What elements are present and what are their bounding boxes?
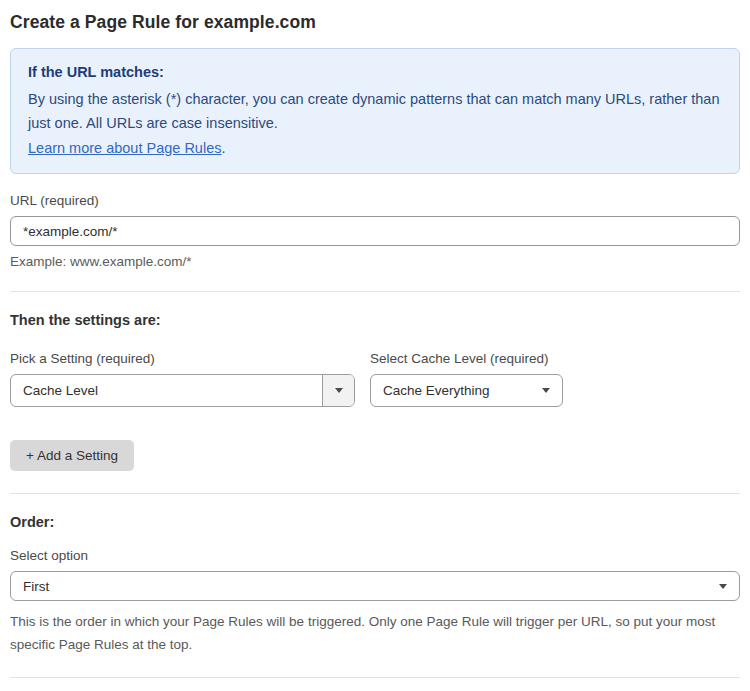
cache-level-select[interactable]: Cache Everything (370, 374, 563, 407)
url-example-text: Example: www.example.com/* (10, 254, 740, 269)
setting-picker-label: Pick a Setting (required) (10, 351, 355, 366)
order-select[interactable]: First (10, 571, 740, 601)
dropdown-caret-icon (719, 584, 727, 589)
order-select-label: Select option (10, 548, 740, 563)
settings-row: Pick a Setting (required) Cache Level Se… (10, 351, 740, 407)
dropdown-caret-icon (542, 388, 550, 393)
setting-picker-group: Pick a Setting (required) Cache Level (10, 351, 355, 407)
info-box-heading: If the URL matches: (28, 60, 722, 85)
order-section-heading: Order: (10, 514, 740, 530)
link-suffix: . (221, 140, 225, 156)
url-input[interactable] (10, 216, 740, 246)
url-match-info-box: If the URL matches: By using the asteris… (10, 48, 740, 174)
settings-section-heading: Then the settings are: (10, 312, 740, 328)
setting-picker-arrow-section[interactable] (322, 375, 354, 406)
section-divider (10, 493, 740, 494)
learn-more-link[interactable]: Learn more about Page Rules (28, 140, 221, 156)
cache-level-label: Select Cache Level (required) (370, 351, 563, 366)
url-field-label: URL (required) (10, 193, 740, 208)
info-box-body: By using the asterisk (*) character, you… (28, 87, 722, 161)
cache-level-value: Cache Everything (371, 383, 542, 398)
dropdown-caret-icon (335, 388, 343, 393)
footer-divider (10, 677, 740, 678)
setting-picker-value: Cache Level (11, 383, 322, 398)
section-divider (10, 291, 740, 292)
page-title: Create a Page Rule for example.com (10, 12, 740, 33)
add-setting-button[interactable]: + Add a Setting (10, 440, 134, 471)
setting-picker-select[interactable]: Cache Level (10, 374, 355, 407)
info-box-body-text: By using the asterisk (*) character, you… (28, 91, 720, 132)
cache-level-group: Select Cache Level (required) Cache Ever… (370, 351, 563, 407)
order-select-value: First (11, 579, 719, 594)
order-help-text: This is the order in which your Page Rul… (10, 610, 740, 656)
